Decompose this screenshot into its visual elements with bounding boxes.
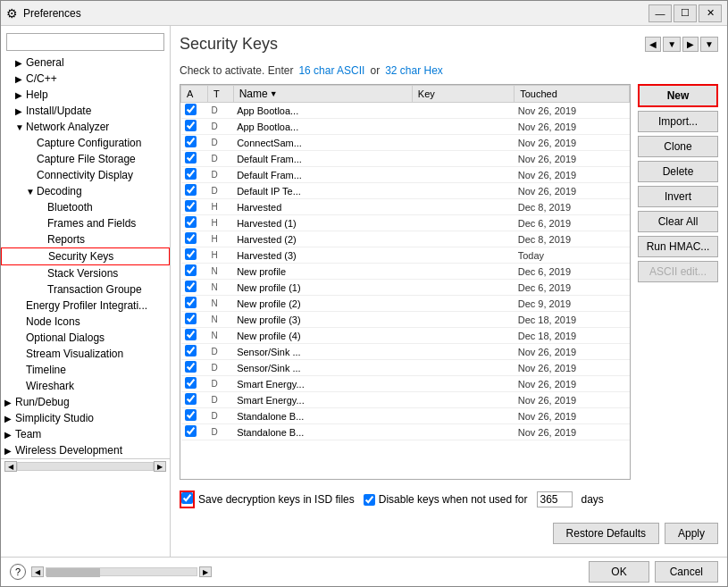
table-row[interactable]: D Smart Energy... Nov 26, 2019 xyxy=(181,376,630,392)
nav-forward-button[interactable]: ▶ xyxy=(682,37,699,52)
table-row[interactable]: N New profile (3) Dec 18, 2019 xyxy=(181,312,630,328)
sidebar-search-input[interactable] xyxy=(6,33,164,51)
sidebar-item-wireless-dev[interactable]: ▶Wireless Development xyxy=(1,442,170,458)
row-checkbox[interactable] xyxy=(185,377,197,389)
row-checkbox[interactable] xyxy=(185,281,197,292)
ascii-link[interactable]: 16 char ASCII xyxy=(298,64,364,77)
sidebar-item-reports[interactable]: Reports xyxy=(1,231,170,247)
table-row[interactable]: H Harvested (2) Dec 8, 2019 xyxy=(181,231,630,247)
row-checkbox[interactable] xyxy=(185,409,197,421)
sidebar-item-timeline[interactable]: Timeline xyxy=(1,362,170,378)
sidebar-item-stack-versions[interactable]: Stack Versions xyxy=(1,265,170,281)
table-row[interactable]: D Standalone B... Nov 26, 2019 xyxy=(181,424,630,440)
import-button[interactable]: Import... xyxy=(638,111,718,132)
sidebar-item-wireshark[interactable]: Wireshark xyxy=(1,378,170,394)
hscroll-right-btn[interactable]: ▶ xyxy=(199,566,212,577)
delete-button[interactable]: Delete xyxy=(638,161,718,182)
disable-keys-checkbox[interactable] xyxy=(364,494,375,506)
row-checkbox[interactable] xyxy=(185,184,197,196)
table-row[interactable]: D Standalone B... Nov 26, 2019 xyxy=(181,408,630,424)
row-checkbox[interactable] xyxy=(185,425,197,437)
row-checkbox-cell[interactable] xyxy=(181,376,208,392)
hscroll-left-btn[interactable]: ◀ xyxy=(31,566,44,577)
table-row[interactable]: N New profile (1) Dec 6, 2019 xyxy=(181,280,630,296)
row-checkbox-cell[interactable] xyxy=(181,119,208,135)
row-checkbox-cell[interactable] xyxy=(181,360,208,376)
new-button[interactable]: New xyxy=(638,84,718,107)
row-checkbox-cell[interactable] xyxy=(181,247,208,264)
row-checkbox[interactable] xyxy=(185,264,197,276)
row-checkbox[interactable] xyxy=(185,393,197,405)
col-header-name[interactable]: Name▼ xyxy=(233,86,412,103)
clear-all-button[interactable]: Clear All xyxy=(638,211,718,232)
row-checkbox[interactable] xyxy=(185,248,197,260)
sidebar-item-transaction-groupe[interactable]: Transaction Groupe xyxy=(1,281,170,298)
nav-dropdown-button[interactable]: ▼ xyxy=(663,37,681,52)
ok-button[interactable]: OK xyxy=(589,561,649,583)
table-row[interactable]: N New profile (4) Dec 18, 2019 xyxy=(181,328,630,344)
sidebar-item-capture-config[interactable]: Capture Configuration xyxy=(1,135,170,151)
save-keys-checkbox[interactable] xyxy=(181,492,193,504)
row-checkbox[interactable] xyxy=(185,361,197,373)
invert-button[interactable]: Invert xyxy=(638,186,718,207)
row-checkbox-cell[interactable] xyxy=(181,151,208,167)
sidebar-item-run-debug[interactable]: ▶Run/Debug xyxy=(1,394,170,410)
row-checkbox-cell[interactable] xyxy=(181,344,208,360)
table-row[interactable]: N New profile (2) Dec 9, 2019 xyxy=(181,296,630,312)
clone-button[interactable]: Clone xyxy=(638,136,718,157)
row-checkbox-cell[interactable] xyxy=(181,424,208,440)
row-checkbox-cell[interactable] xyxy=(181,103,208,119)
restore-defaults-button[interactable]: Restore Defaults xyxy=(553,523,659,544)
minimize-button[interactable]: — xyxy=(649,4,672,22)
sidebar-item-team[interactable]: ▶Team xyxy=(1,426,170,442)
row-checkbox[interactable] xyxy=(185,200,197,212)
sidebar-item-simplicity-studio[interactable]: ▶Simplicity Studio xyxy=(1,410,170,426)
row-checkbox[interactable] xyxy=(185,329,197,340)
sidebar-scroll-left[interactable]: ◀ xyxy=(4,461,17,472)
nav-back-button[interactable]: ◀ xyxy=(645,37,661,52)
table-row[interactable]: D Default Fram... Nov 26, 2019 xyxy=(181,151,630,167)
row-checkbox[interactable] xyxy=(185,152,197,164)
row-checkbox-cell[interactable] xyxy=(181,264,208,280)
table-row[interactable]: H Harvested (1) Dec 6, 2019 xyxy=(181,215,630,231)
sidebar-item-decoding[interactable]: ▼Decoding xyxy=(1,183,170,199)
row-checkbox-cell[interactable] xyxy=(181,296,208,312)
sidebar-item-energy-profiler[interactable]: Energy Profiler Integrati... xyxy=(1,298,170,314)
row-checkbox-cell[interactable] xyxy=(181,183,208,199)
maximize-button[interactable]: ☐ xyxy=(674,4,697,22)
row-checkbox[interactable] xyxy=(185,232,197,244)
row-checkbox-cell[interactable] xyxy=(181,231,208,247)
table-row[interactable]: D ConnectSam... Nov 26, 2019 xyxy=(181,135,630,151)
table-row[interactable]: D Sensor/Sink ... Nov 26, 2019 xyxy=(181,344,630,360)
table-row[interactable]: D App Bootloa... Nov 26, 2019 xyxy=(181,103,630,119)
table-row[interactable]: D Default Fram... Nov 26, 2019 xyxy=(181,167,630,183)
sidebar-item-network-analyzer[interactable]: ▼Network Analyzer xyxy=(1,119,170,135)
help-button[interactable]: ? xyxy=(10,564,26,580)
row-checkbox-cell[interactable] xyxy=(181,280,208,296)
row-checkbox-cell[interactable] xyxy=(181,135,208,151)
row-checkbox[interactable] xyxy=(185,313,197,324)
row-checkbox[interactable] xyxy=(185,216,197,228)
table-row[interactable]: D Smart Energy... Nov 26, 2019 xyxy=(181,392,630,408)
table-row[interactable]: H Harvested (3) Today xyxy=(181,247,630,264)
sidebar-scroll-right[interactable]: ▶ xyxy=(154,461,166,472)
row-checkbox[interactable] xyxy=(185,168,197,180)
sidebar-item-capture-file[interactable]: Capture File Storage xyxy=(1,151,170,167)
row-checkbox[interactable] xyxy=(185,120,197,131)
horizontal-scrollbar[interactable] xyxy=(46,567,197,576)
row-checkbox-cell[interactable] xyxy=(181,392,208,408)
nav-menu-button[interactable]: ▼ xyxy=(700,37,718,52)
sidebar-item-general[interactable]: ▶General xyxy=(1,55,170,71)
table-row[interactable]: D Default IP Te... Nov 26, 2019 xyxy=(181,183,630,199)
sidebar-item-install-update[interactable]: ▶Install/Update xyxy=(1,103,170,119)
sidebar-item-node-icons[interactable]: Node Icons xyxy=(1,314,170,330)
row-checkbox[interactable] xyxy=(185,136,197,147)
row-checkbox-cell[interactable] xyxy=(181,215,208,231)
row-checkbox-cell[interactable] xyxy=(181,199,208,215)
row-checkbox-cell[interactable] xyxy=(181,408,208,424)
sidebar-item-bluetooth[interactable]: Bluetooth xyxy=(1,199,170,215)
row-checkbox[interactable] xyxy=(185,104,197,115)
close-button[interactable]: ✕ xyxy=(699,4,722,22)
cancel-button[interactable]: Cancel xyxy=(655,561,718,583)
row-checkbox[interactable] xyxy=(185,297,197,308)
